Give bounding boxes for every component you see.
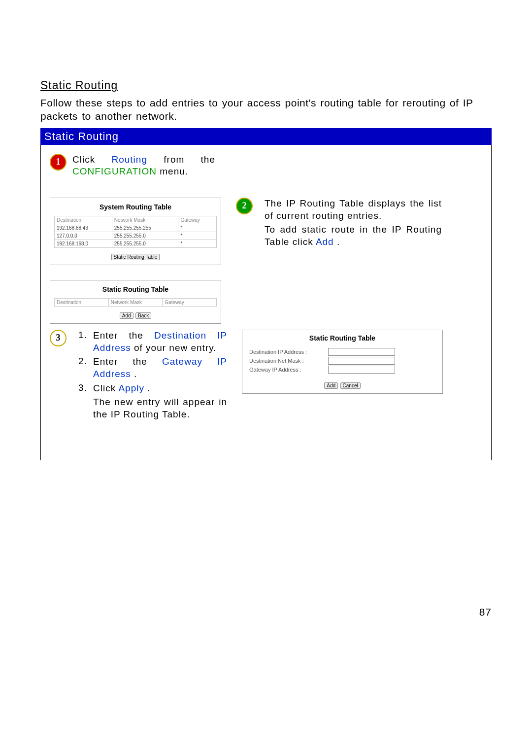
th-destination: Destination — [55, 216, 112, 224]
cell-mask: 255.255.255.255 — [112, 224, 178, 232]
th-destination: Destination — [55, 298, 109, 306]
static-routing-table-button[interactable]: Static Routing Table — [111, 254, 160, 260]
table-row: 192.168.168.0 255.255.255.0 * — [55, 240, 217, 247]
step1-t3: menu. — [160, 166, 188, 176]
cell-gw: * — [178, 224, 217, 232]
step-badge-1: 1 — [50, 154, 66, 171]
cell-mask: 255.255.255.0 — [112, 232, 178, 240]
step2-line2: To add static route in the IP Routing Ta… — [265, 224, 442, 248]
page-number: 87 — [479, 606, 492, 618]
cell-gw: * — [178, 240, 217, 247]
apply-link[interactable]: Apply — [118, 383, 144, 393]
tables-column: System Routing Table Destination Network… — [50, 198, 221, 324]
li-num — [78, 396, 93, 420]
th-gateway: Gateway — [163, 298, 217, 306]
th-network-mask: Network Mask — [112, 216, 178, 224]
cell-dest: 127.0.0.0 — [55, 232, 112, 240]
routing-link[interactable]: Routing — [111, 154, 147, 165]
banner-title: Static Routing — [40, 128, 492, 145]
net-mask-input[interactable] — [328, 357, 395, 365]
step2-line1: The IP Routing Table displays the list o… — [265, 198, 442, 222]
cell-gw: * — [178, 232, 217, 240]
back-button[interactable]: Back — [135, 312, 151, 319]
table-header-row: Destination Network Mask Gateway — [55, 298, 217, 306]
li-num: 2. — [78, 356, 93, 380]
step2-l2a: To add static route in the IP Routing Ta… — [265, 224, 442, 247]
system-routing-panel: System Routing Table Destination Network… — [50, 198, 221, 265]
list-item: 1. Enter the Destination IP Address of y… — [78, 330, 227, 354]
th-network-mask: Network Mask — [108, 298, 163, 306]
li-num: 1. — [78, 330, 93, 354]
step-2-row: System Routing Table Destination Network… — [50, 198, 482, 324]
system-routing-title: System Routing Table — [54, 203, 217, 211]
cell-dest: 192.168.88.43 — [55, 224, 112, 232]
step-badge-2: 2 — [236, 198, 253, 214]
step-badge-3: 3 — [50, 330, 66, 346]
panel-button-row: Add Back — [54, 310, 217, 319]
form-row-netmask: Destination Net Mask : — [246, 357, 438, 365]
li-text: Enter the Gateway IP Address . — [93, 356, 227, 380]
static-routing-title: Static Routing Table — [54, 285, 217, 293]
step-1-text: Click Routing from the CONFIGURATION men… — [72, 154, 215, 178]
gateway-ip-input[interactable] — [328, 366, 395, 374]
panel-button-row: Static Routing Table — [54, 252, 217, 261]
form-button-row: Add Cancel — [246, 380, 438, 389]
step2-l2b: . — [337, 237, 340, 247]
label-destination-ip: Destination IP Address : — [249, 349, 328, 355]
label-gateway-ip: Gateway IP Address : — [249, 367, 328, 373]
static-routing-panel: Static Routing Table Destination Network… — [50, 280, 221, 324]
step-3-list: 1. Enter the Destination IP Address of y… — [78, 330, 227, 423]
form-row-destination: Destination IP Address : — [246, 348, 438, 356]
li-text: Click Apply . — [93, 382, 227, 395]
add-link[interactable]: Add — [316, 237, 334, 247]
table-row: 127.0.0.0 255.255.255.0 * — [55, 232, 217, 240]
step1-t1: Click — [72, 154, 111, 165]
label-net-mask: Destination Net Mask : — [249, 358, 328, 364]
step-2-right: 2 The IP Routing Table displays the list… — [236, 198, 482, 248]
step-2-text: The IP Routing Table displays the list o… — [265, 198, 442, 248]
form-add-button[interactable]: Add — [324, 382, 338, 389]
list-item: 2. Enter the Gateway IP Address . — [78, 356, 227, 380]
step-3-row: 3 1. Enter the Destination IP Address of… — [50, 330, 482, 423]
add-button[interactable]: Add — [120, 312, 133, 319]
section-title: Static Routing — [40, 79, 492, 92]
content-box: 1 Click Routing from the CONFIGURATION m… — [40, 145, 492, 460]
static-routing-table: Destination Network Mask Gateway — [54, 298, 217, 307]
table-row: 192.168.88.43 255.255.255.255 * — [55, 224, 217, 232]
table-header-row: Destination Network Mask Gateway — [55, 216, 217, 224]
form-row-gateway: Gateway IP Address : — [246, 366, 438, 374]
cell-mask: 255.255.255.0 — [112, 240, 178, 247]
form-panel: Static Routing Table Destination IP Addr… — [242, 330, 443, 394]
li-text: The new entry will appear in the IP Rout… — [93, 396, 227, 420]
th-gateway: Gateway — [178, 216, 217, 224]
form-panel-title: Static Routing Table — [246, 334, 438, 342]
step-1-row: 1 Click Routing from the CONFIGURATION m… — [50, 154, 482, 178]
li-text: Enter the Destination IP Address of your… — [93, 330, 227, 354]
list-item: 3. Click Apply . — [78, 382, 227, 395]
system-routing-table: Destination Network Mask Gateway 192.168… — [54, 216, 217, 248]
cell-dest: 192.168.168.0 — [55, 240, 112, 247]
step1-t2: from the — [164, 154, 215, 165]
intro-paragraph: Follow these steps to add entries to you… — [40, 96, 492, 123]
list-item: The new entry will appear in the IP Rout… — [78, 396, 227, 420]
li-num: 3. — [78, 382, 93, 395]
destination-ip-input[interactable] — [328, 348, 395, 356]
form-cancel-button[interactable]: Cancel — [340, 382, 361, 389]
step-3-left: 3 1. Enter the Destination IP Address of… — [50, 330, 227, 423]
configuration-link[interactable]: CONFIGURATION — [72, 166, 157, 176]
